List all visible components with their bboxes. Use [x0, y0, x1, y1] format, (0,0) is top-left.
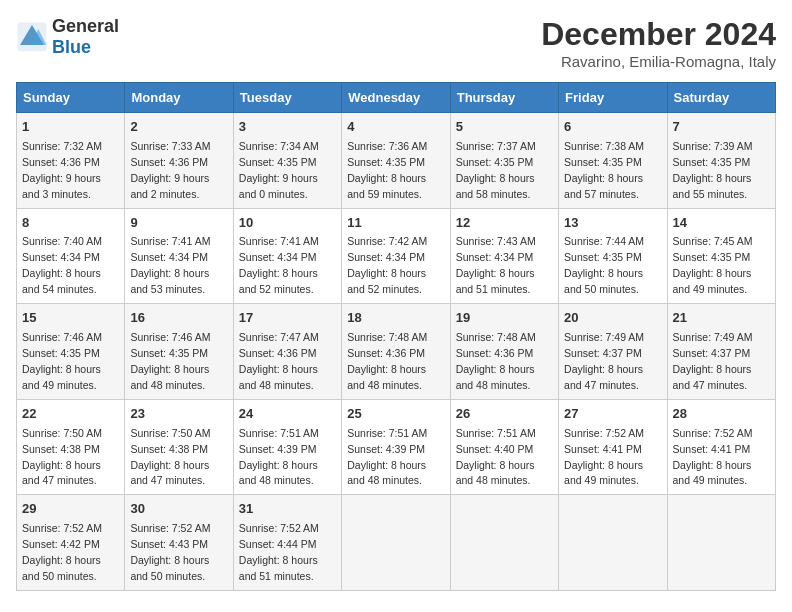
week-row-5: 29Sunrise: 7:52 AMSunset: 4:42 PMDayligh…: [17, 495, 776, 591]
day-number: 30: [130, 500, 227, 519]
day-number: 18: [347, 309, 444, 328]
week-row-4: 22Sunrise: 7:50 AMSunset: 4:38 PMDayligh…: [17, 399, 776, 495]
day-cell: [667, 495, 775, 591]
calendar-header: SundayMondayTuesdayWednesdayThursdayFrid…: [17, 83, 776, 113]
calendar-table: SundayMondayTuesdayWednesdayThursdayFrid…: [16, 82, 776, 591]
day-number: 4: [347, 118, 444, 137]
day-info: Sunrise: 7:48 AMSunset: 4:36 PMDaylight:…: [347, 331, 427, 391]
day-info: Sunrise: 7:49 AMSunset: 4:37 PMDaylight:…: [564, 331, 644, 391]
day-cell: 11Sunrise: 7:42 AMSunset: 4:34 PMDayligh…: [342, 208, 450, 304]
day-number: 27: [564, 405, 661, 424]
day-number: 11: [347, 214, 444, 233]
day-number: 6: [564, 118, 661, 137]
day-cell: 24Sunrise: 7:51 AMSunset: 4:39 PMDayligh…: [233, 399, 341, 495]
day-cell: 15Sunrise: 7:46 AMSunset: 4:35 PMDayligh…: [17, 304, 125, 400]
day-info: Sunrise: 7:52 AMSunset: 4:41 PMDaylight:…: [564, 427, 644, 487]
day-info: Sunrise: 7:51 AMSunset: 4:40 PMDaylight:…: [456, 427, 536, 487]
day-info: Sunrise: 7:47 AMSunset: 4:36 PMDaylight:…: [239, 331, 319, 391]
day-cell: 8Sunrise: 7:40 AMSunset: 4:34 PMDaylight…: [17, 208, 125, 304]
day-info: Sunrise: 7:48 AMSunset: 4:36 PMDaylight:…: [456, 331, 536, 391]
day-info: Sunrise: 7:36 AMSunset: 4:35 PMDaylight:…: [347, 140, 427, 200]
day-cell: 31Sunrise: 7:52 AMSunset: 4:44 PMDayligh…: [233, 495, 341, 591]
day-info: Sunrise: 7:50 AMSunset: 4:38 PMDaylight:…: [130, 427, 210, 487]
day-cell: 6Sunrise: 7:38 AMSunset: 4:35 PMDaylight…: [559, 113, 667, 209]
day-info: Sunrise: 7:51 AMSunset: 4:39 PMDaylight:…: [239, 427, 319, 487]
day-cell: 12Sunrise: 7:43 AMSunset: 4:34 PMDayligh…: [450, 208, 558, 304]
day-info: Sunrise: 7:46 AMSunset: 4:35 PMDaylight:…: [22, 331, 102, 391]
week-row-3: 15Sunrise: 7:46 AMSunset: 4:35 PMDayligh…: [17, 304, 776, 400]
day-number: 28: [673, 405, 770, 424]
day-cell: [342, 495, 450, 591]
day-info: Sunrise: 7:52 AMSunset: 4:44 PMDaylight:…: [239, 522, 319, 582]
day-cell: 16Sunrise: 7:46 AMSunset: 4:35 PMDayligh…: [125, 304, 233, 400]
logo-general: General: [52, 16, 119, 36]
day-cell: 10Sunrise: 7:41 AMSunset: 4:34 PMDayligh…: [233, 208, 341, 304]
day-number: 20: [564, 309, 661, 328]
weekday-wednesday: Wednesday: [342, 83, 450, 113]
day-number: 2: [130, 118, 227, 137]
logo-icon: [16, 21, 48, 53]
day-cell: 7Sunrise: 7:39 AMSunset: 4:35 PMDaylight…: [667, 113, 775, 209]
subtitle: Ravarino, Emilia-Romagna, Italy: [541, 53, 776, 70]
day-number: 29: [22, 500, 119, 519]
weekday-sunday: Sunday: [17, 83, 125, 113]
day-cell: 28Sunrise: 7:52 AMSunset: 4:41 PMDayligh…: [667, 399, 775, 495]
day-info: Sunrise: 7:39 AMSunset: 4:35 PMDaylight:…: [673, 140, 753, 200]
title-area: December 2024 Ravarino, Emilia-Romagna, …: [541, 16, 776, 70]
logo-text: General Blue: [52, 16, 119, 58]
day-info: Sunrise: 7:45 AMSunset: 4:35 PMDaylight:…: [673, 235, 753, 295]
logo-blue: Blue: [52, 37, 91, 57]
week-row-1: 1Sunrise: 7:32 AMSunset: 4:36 PMDaylight…: [17, 113, 776, 209]
day-cell: 29Sunrise: 7:52 AMSunset: 4:42 PMDayligh…: [17, 495, 125, 591]
day-info: Sunrise: 7:41 AMSunset: 4:34 PMDaylight:…: [130, 235, 210, 295]
day-info: Sunrise: 7:42 AMSunset: 4:34 PMDaylight:…: [347, 235, 427, 295]
day-info: Sunrise: 7:34 AMSunset: 4:35 PMDaylight:…: [239, 140, 319, 200]
day-cell: 23Sunrise: 7:50 AMSunset: 4:38 PMDayligh…: [125, 399, 233, 495]
day-cell: 1Sunrise: 7:32 AMSunset: 4:36 PMDaylight…: [17, 113, 125, 209]
day-number: 24: [239, 405, 336, 424]
day-cell: 14Sunrise: 7:45 AMSunset: 4:35 PMDayligh…: [667, 208, 775, 304]
day-number: 31: [239, 500, 336, 519]
day-cell: 19Sunrise: 7:48 AMSunset: 4:36 PMDayligh…: [450, 304, 558, 400]
day-cell: 21Sunrise: 7:49 AMSunset: 4:37 PMDayligh…: [667, 304, 775, 400]
day-info: Sunrise: 7:51 AMSunset: 4:39 PMDaylight:…: [347, 427, 427, 487]
day-info: Sunrise: 7:40 AMSunset: 4:34 PMDaylight:…: [22, 235, 102, 295]
weekday-saturday: Saturday: [667, 83, 775, 113]
day-number: 26: [456, 405, 553, 424]
day-info: Sunrise: 7:38 AMSunset: 4:35 PMDaylight:…: [564, 140, 644, 200]
day-cell: 13Sunrise: 7:44 AMSunset: 4:35 PMDayligh…: [559, 208, 667, 304]
day-number: 19: [456, 309, 553, 328]
weekday-thursday: Thursday: [450, 83, 558, 113]
day-number: 15: [22, 309, 119, 328]
day-number: 10: [239, 214, 336, 233]
day-number: 5: [456, 118, 553, 137]
day-info: Sunrise: 7:37 AMSunset: 4:35 PMDaylight:…: [456, 140, 536, 200]
day-number: 21: [673, 309, 770, 328]
day-info: Sunrise: 7:43 AMSunset: 4:34 PMDaylight:…: [456, 235, 536, 295]
day-number: 25: [347, 405, 444, 424]
day-cell: 27Sunrise: 7:52 AMSunset: 4:41 PMDayligh…: [559, 399, 667, 495]
weekday-tuesday: Tuesday: [233, 83, 341, 113]
weekday-monday: Monday: [125, 83, 233, 113]
header: General Blue December 2024 Ravarino, Emi…: [16, 16, 776, 70]
day-number: 1: [22, 118, 119, 137]
day-info: Sunrise: 7:44 AMSunset: 4:35 PMDaylight:…: [564, 235, 644, 295]
day-cell: 5Sunrise: 7:37 AMSunset: 4:35 PMDaylight…: [450, 113, 558, 209]
weekday-friday: Friday: [559, 83, 667, 113]
day-cell: [450, 495, 558, 591]
weekday-header-row: SundayMondayTuesdayWednesdayThursdayFrid…: [17, 83, 776, 113]
day-cell: 4Sunrise: 7:36 AMSunset: 4:35 PMDaylight…: [342, 113, 450, 209]
day-cell: 17Sunrise: 7:47 AMSunset: 4:36 PMDayligh…: [233, 304, 341, 400]
day-cell: 26Sunrise: 7:51 AMSunset: 4:40 PMDayligh…: [450, 399, 558, 495]
logo: General Blue: [16, 16, 119, 58]
day-info: Sunrise: 7:52 AMSunset: 4:41 PMDaylight:…: [673, 427, 753, 487]
day-info: Sunrise: 7:32 AMSunset: 4:36 PMDaylight:…: [22, 140, 102, 200]
day-cell: 22Sunrise: 7:50 AMSunset: 4:38 PMDayligh…: [17, 399, 125, 495]
day-cell: 9Sunrise: 7:41 AMSunset: 4:34 PMDaylight…: [125, 208, 233, 304]
main-title: December 2024: [541, 16, 776, 53]
day-number: 8: [22, 214, 119, 233]
day-number: 7: [673, 118, 770, 137]
day-cell: 2Sunrise: 7:33 AMSunset: 4:36 PMDaylight…: [125, 113, 233, 209]
day-number: 14: [673, 214, 770, 233]
day-number: 22: [22, 405, 119, 424]
